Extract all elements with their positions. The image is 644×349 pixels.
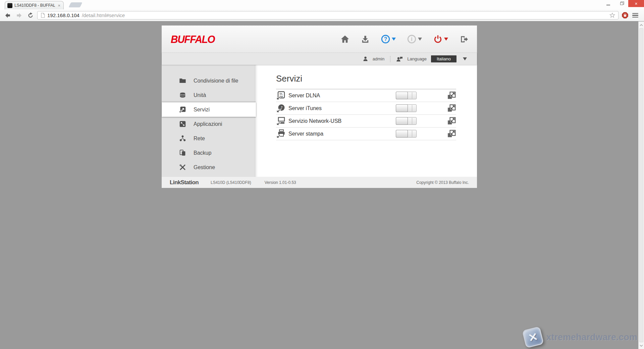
sidebar-item-label: Servizi	[194, 107, 210, 113]
window-controls: ×	[601, 0, 644, 7]
language-dropdown-arrow-icon[interactable]	[463, 57, 467, 60]
reload-button[interactable]	[26, 11, 35, 20]
folder-icon	[179, 77, 186, 84]
buffalo-app-panel: BUFFALO ?	[162, 26, 477, 188]
info-icon: i	[407, 35, 416, 44]
browser-menu-icon[interactable]	[631, 12, 640, 19]
watermark: ✕ xtremehardware.com	[524, 328, 637, 346]
language-icon	[396, 56, 403, 62]
info-dropdown-arrow-icon	[418, 38, 422, 41]
open-service-button-print[interactable]	[447, 130, 456, 138]
browser-titlebar: LS410DDF8 - BUFFALO Lin × ×	[0, 0, 644, 9]
new-tab-button[interactable]	[68, 2, 82, 7]
browser-tab[interactable]: LS410DDF8 - BUFFALO Lin ×	[5, 1, 64, 9]
services-icon	[179, 106, 186, 113]
sidebar-item-label: Unità	[194, 92, 206, 98]
sidebar: Condivisione di file Unità	[162, 65, 255, 177]
sidebar-item-label: Condivisione di file	[194, 78, 238, 84]
language-label: Language	[407, 56, 427, 61]
forward-arrow-icon	[16, 12, 22, 19]
version-label: Version 1.01-0.53	[265, 180, 296, 185]
sidebar-item-label: Applicazioni	[194, 121, 222, 127]
divider	[390, 56, 390, 62]
xtremehardware-logo-icon: ✕	[522, 326, 544, 348]
sidebar-item-backup[interactable]: Backup	[162, 146, 255, 160]
tools-icon	[179, 164, 186, 171]
window-restore-button[interactable]	[615, 0, 628, 7]
sidebar-item-applicazioni[interactable]: Applicazioni	[162, 117, 255, 131]
service-row-print: Server stampa	[276, 128, 456, 140]
svg-text:DL: DL	[280, 93, 283, 95]
scrollbar-thumb[interactable]	[639, 28, 643, 342]
drive-icon	[179, 92, 186, 99]
save-button[interactable]	[361, 35, 370, 44]
window-close-button[interactable]: ×	[628, 0, 644, 7]
open-service-button-itunes[interactable]	[447, 104, 456, 113]
service-row-dlna: DL NA Server DLNA	[276, 89, 456, 102]
sidebar-item-servizi[interactable]: Servizi	[162, 102, 256, 117]
browser-toolbar: 192.168.0.104/detail.html#service	[0, 9, 644, 21]
power-menu-button[interactable]	[433, 35, 448, 44]
backup-icon	[179, 149, 186, 156]
help-icon: ?	[381, 35, 390, 44]
sidebar-item-rete[interactable]: Rete	[162, 131, 255, 146]
page-title: Servizi	[276, 73, 456, 84]
app-header: BUFFALO ?	[162, 26, 477, 53]
tab-title: LS410DDF8 - BUFFALO Lin	[14, 3, 55, 8]
open-service-button-dlna[interactable]	[447, 91, 456, 100]
open-service-button-network-usb[interactable]	[447, 117, 456, 126]
address-bar[interactable]: 192.168.0.104/detail.html#service	[37, 11, 619, 19]
reload-icon	[27, 12, 34, 19]
service-label: Server DLNA	[288, 93, 396, 99]
copyright-label: Copyright © 2013 Buffalo Inc.	[416, 180, 469, 185]
network-icon	[179, 135, 186, 142]
service-label: Server stampa	[288, 131, 396, 137]
svg-text:i: i	[411, 36, 412, 42]
buffalo-logo: BUFFALO	[171, 33, 215, 45]
sidebar-item-label: Rete	[194, 136, 205, 142]
home-button[interactable]	[340, 35, 350, 44]
service-toggle-itunes[interactable]	[396, 104, 417, 112]
info-menu-button[interactable]: i	[407, 35, 422, 44]
service-toggle-print[interactable]	[396, 130, 417, 138]
username-label: admin	[373, 56, 384, 61]
sidebar-item-unita[interactable]: Unità	[162, 88, 255, 102]
page-scrollbar[interactable]	[638, 21, 644, 349]
forward-button[interactable]	[14, 11, 24, 20]
sidebar-item-label: Backup	[194, 150, 211, 156]
url-host: 192.168.0.104	[47, 12, 79, 18]
user-icon	[363, 56, 368, 62]
back-button[interactable]	[3, 11, 12, 20]
scrollbar-up-button[interactable]	[639, 22, 644, 28]
network-usb-icon	[276, 116, 285, 126]
service-row-itunes: ♪ Server iTunes	[276, 102, 456, 115]
print-server-icon	[276, 129, 285, 138]
model-label: LS410D (LS410DDF8)	[211, 180, 251, 185]
applications-icon	[179, 120, 186, 128]
service-label: Server iTunes	[288, 105, 396, 111]
linkstation-logo: LinkStation	[170, 179, 199, 186]
language-value-badge[interactable]: Italiano	[431, 55, 457, 62]
tab-favicon	[7, 3, 12, 8]
help-menu-button[interactable]: ?	[381, 35, 396, 44]
service-toggle-dlna[interactable]	[396, 92, 417, 99]
logout-button[interactable]	[460, 35, 468, 44]
page-document-icon	[41, 13, 45, 18]
window-minimize-button[interactable]	[601, 0, 615, 7]
service-toggle-network-usb[interactable]	[396, 117, 417, 125]
sidebar-item-gestione[interactable]: Gestione	[162, 160, 255, 174]
scrollbar-down-button[interactable]	[639, 343, 644, 348]
tab-close-icon[interactable]: ×	[57, 3, 61, 8]
user-language-bar: admin Language Italiano	[162, 53, 477, 65]
browser-chrome: LS410DDF8 - BUFFALO Lin × × 1	[0, 0, 644, 21]
app-footer: LinkStation LS410D (LS410DDF8) Version 1…	[162, 177, 477, 188]
bookmark-star-icon[interactable]	[609, 12, 615, 18]
service-row-network-usb: Servizio Network-USB	[276, 115, 456, 128]
sidebar-item-condivisione[interactable]: Condivisione di file	[162, 73, 255, 88]
chevron-up-icon	[640, 24, 643, 26]
stop-octagon-extension-icon[interactable]	[622, 12, 628, 18]
itunes-server-icon: ♪	[276, 104, 285, 113]
help-dropdown-arrow-icon	[392, 38, 396, 41]
power-icon	[433, 35, 442, 44]
page-background: BUFFALO ?	[0, 21, 644, 349]
